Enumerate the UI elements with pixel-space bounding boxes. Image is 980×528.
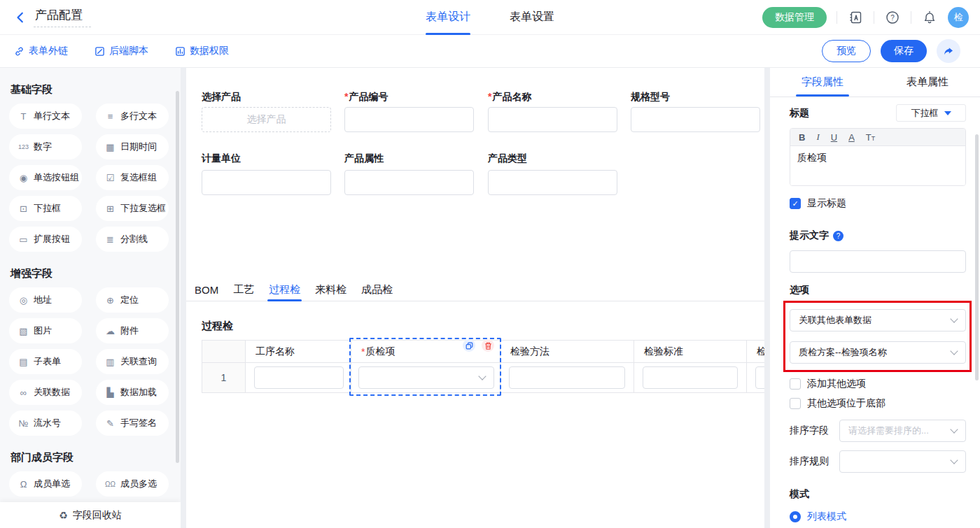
field-item-signature[interactable]: ✎手写签名: [96, 411, 169, 436]
field-item-label: 手写签名: [120, 417, 157, 429]
field-item-single-line-text[interactable]: T单行文本: [9, 104, 82, 129]
field-item-label: 定位: [120, 294, 139, 306]
mode-list-row[interactable]: 列表模式: [790, 511, 966, 523]
product-name-input[interactable]: [488, 107, 617, 132]
field-item-dropdown[interactable]: ⊡下拉框: [9, 196, 82, 221]
process-name-input[interactable]: [254, 366, 344, 389]
field-item-label: 分割线: [120, 233, 148, 245]
option-source-select[interactable]: 关联其他表单数据: [790, 309, 966, 331]
preview-button[interactable]: 预览: [822, 40, 871, 62]
page-title[interactable]: 产品配置: [34, 7, 91, 27]
save-button[interactable]: 保存: [881, 40, 927, 62]
data-permission-button[interactable]: 数据权限: [175, 45, 229, 57]
copy-icon: [465, 342, 473, 350]
hint-help-icon[interactable]: ?: [833, 231, 844, 241]
back-button[interactable]: [13, 9, 29, 26]
tab-form-properties[interactable]: 表单属性: [875, 68, 980, 97]
sort-rule-select[interactable]: [839, 450, 966, 473]
add-other-option-row[interactable]: 添加其他选项: [790, 378, 966, 390]
column-inspection-standard[interactable]: 检验标准: [634, 341, 747, 392]
help-icon[interactable]: ?: [884, 9, 901, 26]
linked-data-icon: ∞: [18, 387, 29, 398]
font-size-button[interactable]: TT: [866, 132, 875, 143]
user-avatar[interactable]: 检: [948, 7, 969, 28]
underline-button[interactable]: U: [831, 132, 837, 143]
field-item-date-time[interactable]: ▦日期时间: [96, 134, 169, 159]
chevron-down-icon: [950, 456, 958, 464]
sort-field-select[interactable]: 请选择需要排序的...: [839, 420, 966, 442]
hint-text-input[interactable]: [790, 250, 966, 273]
field-type-select[interactable]: 下拉框: [896, 104, 966, 122]
sidebar-scrollbar[interactable]: [176, 91, 179, 463]
column-clipped[interactable]: 检: [747, 341, 764, 392]
radio-checked-icon[interactable]: [790, 511, 801, 522]
font-color-button[interactable]: A: [848, 132, 855, 143]
annotation-highlight-box: 关联其他表单数据 质检方案--检验项名称: [783, 301, 972, 372]
sort-field-label: 排序字段: [790, 424, 829, 437]
address-book-icon[interactable]: [847, 9, 864, 26]
spec-model-input[interactable]: [631, 107, 760, 132]
select-product-picker[interactable]: 选择产品: [202, 107, 331, 132]
external-link-button[interactable]: 表单外链: [14, 45, 68, 57]
tab-in-process-inspection[interactable]: 过程检: [269, 278, 300, 301]
data-manage-button[interactable]: 数据管理: [762, 7, 827, 28]
tab-form-design[interactable]: 表单设计: [426, 0, 470, 35]
field-item-dropdown-multi[interactable]: ⊞下拉复选框: [96, 196, 169, 221]
subform-icon: ▤: [18, 357, 29, 367]
field-recycle-bin-button[interactable]: ♻ 字段回收站: [0, 502, 181, 528]
field-item-attachment[interactable]: ☁附件: [96, 318, 169, 343]
italic-button[interactable]: I: [816, 131, 819, 143]
field-item-member-single[interactable]: Ω成员单选: [9, 471, 82, 497]
inspection-method-input[interactable]: [509, 366, 625, 389]
member-multi-icon: ΩΩ: [105, 480, 115, 488]
field-item-address[interactable]: ◎地址: [9, 287, 82, 313]
field-item-divider[interactable]: ≣分割线: [96, 227, 169, 252]
field-item-subform[interactable]: ▤子表单: [9, 349, 82, 374]
checkbox-unchecked-icon[interactable]: [790, 378, 801, 390]
field-item-data-load[interactable]: ▙数据加载: [96, 380, 169, 405]
panel-scrollbar[interactable]: [975, 134, 979, 380]
field-item-checkbox-group[interactable]: ☑复选框组: [96, 165, 169, 190]
field-item-linked-query[interactable]: ▥关联查询: [96, 349, 169, 374]
checkbox-unchecked-icon[interactable]: [790, 398, 801, 409]
tab-incoming-inspection[interactable]: 来料检: [315, 278, 346, 301]
svg-text:?: ?: [890, 13, 895, 21]
column-process-name[interactable]: 工序名称: [246, 341, 351, 392]
unit-input[interactable]: [202, 170, 331, 195]
field-item-radio-group[interactable]: ◉单选按钮组: [9, 165, 82, 190]
tab-process[interactable]: 工艺: [233, 278, 254, 301]
option-field-select[interactable]: 质检方案--检验项名称: [790, 341, 966, 364]
delete-field-button[interactable]: [482, 339, 494, 352]
show-title-checkbox-row[interactable]: ✓ 显示标题: [790, 197, 966, 210]
field-item-multi-line-text[interactable]: ≡多行文本: [96, 104, 169, 129]
tab-final-inspection[interactable]: 成品检: [361, 278, 393, 301]
field-item-serial-number[interactable]: №流水号: [9, 411, 82, 436]
share-button[interactable]: [937, 39, 960, 63]
title-editor-area[interactable]: 质检项: [790, 146, 965, 185]
field-item-locate[interactable]: ⊕定位: [96, 287, 169, 313]
field-item-member-multi[interactable]: ΩΩ成员多选: [96, 471, 169, 497]
tab-form-settings[interactable]: 表单设置: [510, 0, 554, 35]
other-option-bottom-row[interactable]: 其他选项位于底部: [790, 397, 966, 410]
copy-field-button[interactable]: [463, 339, 475, 352]
field-item-extend-button[interactable]: ▭扩展按钮: [9, 227, 82, 252]
bold-button[interactable]: B: [799, 132, 805, 143]
field-item-label: 成员多选: [120, 478, 157, 490]
backend-script-button[interactable]: 后端脚本: [94, 45, 148, 57]
checkbox-checked-icon[interactable]: ✓: [790, 198, 801, 209]
product-code-input[interactable]: [344, 107, 474, 132]
field-item-linked-data[interactable]: ∞关联数据: [9, 380, 82, 405]
tab-field-properties[interactable]: 字段属性: [770, 68, 875, 97]
clipped-input[interactable]: [755, 366, 764, 389]
quality-item-select[interactable]: [358, 366, 494, 389]
field-item-label: 扩展按钮: [34, 233, 70, 245]
product-type-input[interactable]: [488, 170, 617, 195]
column-inspection-method[interactable]: 检验方法: [500, 341, 634, 392]
notification-bell-icon[interactable]: [921, 9, 938, 26]
field-item-image[interactable]: ▧图片: [9, 318, 82, 343]
product-attr-input[interactable]: [344, 170, 474, 195]
field-item-number[interactable]: 123数字: [9, 134, 82, 159]
tab-bom[interactable]: BOM: [195, 278, 218, 301]
inspection-standard-input[interactable]: [643, 366, 738, 389]
image-icon: ▧: [18, 326, 29, 336]
